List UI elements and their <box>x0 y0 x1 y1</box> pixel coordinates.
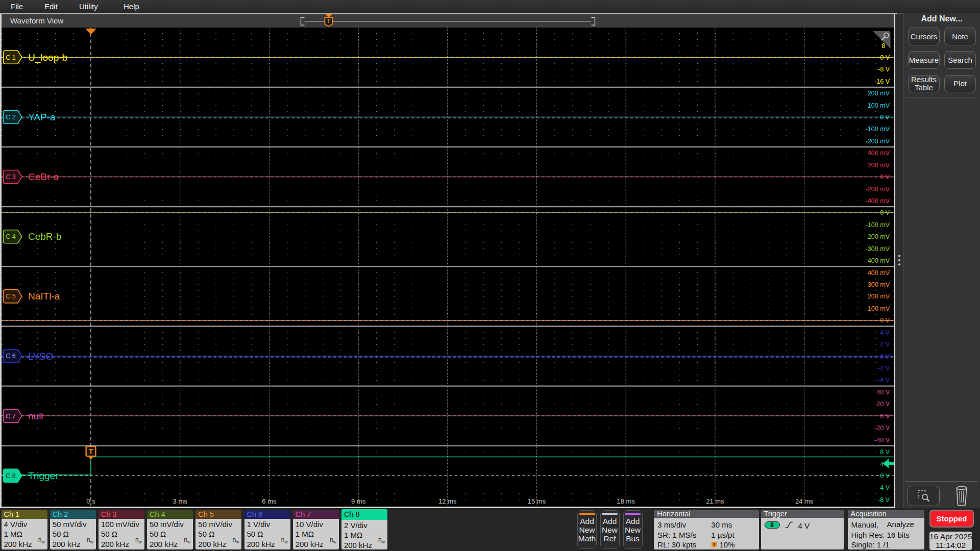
svg-text:-100 mV: -100 mV <box>866 126 890 133</box>
svg-text:24 ms: 24 ms <box>795 497 814 505</box>
svg-text:T: T <box>713 542 716 547</box>
svg-text:YAP-a: YAP-a <box>28 112 56 122</box>
svg-text:CebR-b: CebR-b <box>28 231 61 242</box>
svg-text:8 V: 8 V <box>880 448 890 456</box>
svg-text:0 V: 0 V <box>880 173 890 181</box>
svg-text:-4 V: -4 V <box>878 484 890 491</box>
svg-text:-200 mV: -200 mV <box>866 137 890 144</box>
svg-text:200 mV: 200 mV <box>868 161 890 168</box>
svg-text:21 ms: 21 ms <box>706 497 724 505</box>
svg-text:400 mV: 400 mV <box>868 269 890 276</box>
svg-text:null: null <box>28 410 43 421</box>
svg-text:2 V: 2 V <box>880 341 890 348</box>
svg-text:-200 mV: -200 mV <box>866 185 890 192</box>
svg-text:LYSO: LYSO <box>28 350 53 361</box>
svg-text:-8 V: -8 V <box>878 496 890 503</box>
svg-text:100 mV: 100 mV <box>868 305 890 312</box>
svg-text:-2 V: -2 V <box>878 365 890 372</box>
svg-text:CeBr-a: CeBr-a <box>28 171 59 182</box>
svg-text:300 mV: 300 mV <box>868 281 890 288</box>
svg-text:T: T <box>327 18 330 24</box>
svg-text:C 6: C 6 <box>6 353 16 360</box>
svg-text:400 mV: 400 mV <box>868 149 890 157</box>
svg-text:T: T <box>89 447 93 456</box>
svg-text:100 mV: 100 mV <box>868 102 890 109</box>
svg-text:4 V: 4 V <box>880 329 890 336</box>
svg-text:200 mV: 200 mV <box>868 90 890 97</box>
svg-text:-40 V: -40 V <box>874 436 890 443</box>
svg-text:0 V: 0 V <box>880 317 890 324</box>
svg-text:0 s: 0 s <box>86 497 95 505</box>
svg-text:200 mV: 200 mV <box>868 293 890 300</box>
svg-text:-300 mV: -300 mV <box>866 245 890 252</box>
svg-text:0 V: 0 V <box>880 412 890 419</box>
svg-text:-400 mV: -400 mV <box>866 257 890 264</box>
svg-text:18 ms: 18 ms <box>617 497 635 505</box>
svg-text:C 7: C 7 <box>6 412 16 419</box>
svg-text:C 4: C 4 <box>6 233 16 240</box>
svg-text:Trigger: Trigger <box>28 470 59 481</box>
svg-text:-4 V: -4 V <box>878 377 890 384</box>
svg-text:0 V: 0 V <box>880 472 890 479</box>
svg-text:-20 V: -20 V <box>874 424 890 432</box>
svg-text:-200 mV: -200 mV <box>866 233 890 240</box>
svg-text:C 8: C 8 <box>6 472 16 479</box>
svg-text:12 ms: 12 ms <box>438 497 457 505</box>
svg-text:6 ms: 6 ms <box>262 497 277 505</box>
svg-text:15 ms: 15 ms <box>528 497 546 505</box>
svg-text:40 V: 40 V <box>876 388 890 395</box>
svg-text:9 ms: 9 ms <box>351 497 366 505</box>
svg-text:3 ms: 3 ms <box>173 497 188 505</box>
svg-text:-100 mV: -100 mV <box>866 221 890 228</box>
svg-text:0 V: 0 V <box>880 353 890 360</box>
svg-text:-400 mV: -400 mV <box>866 197 890 205</box>
svg-text:-16 V: -16 V <box>874 78 890 85</box>
svg-text:C 2: C 2 <box>6 113 16 120</box>
svg-text:0 V: 0 V <box>880 114 890 121</box>
svg-text:20 V: 20 V <box>876 400 890 408</box>
svg-text:C 1: C 1 <box>6 54 16 61</box>
svg-text:C 3: C 3 <box>6 173 16 180</box>
svg-text:U_loop-b: U_loop-b <box>28 52 67 63</box>
svg-text:-8 V: -8 V <box>878 66 890 73</box>
svg-text:NaITl-a: NaITl-a <box>28 291 60 302</box>
svg-text:0 V: 0 V <box>880 209 890 216</box>
svg-text:0 V: 0 V <box>880 54 890 61</box>
svg-text:8: 8 <box>881 41 885 49</box>
svg-text:C 5: C 5 <box>6 293 16 300</box>
